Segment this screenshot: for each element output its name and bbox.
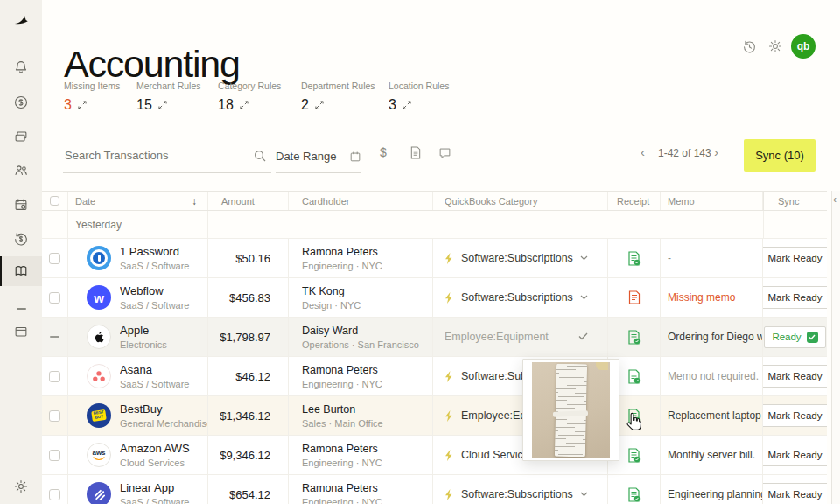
sync-button[interactable]: Sync (10) — [744, 139, 816, 172]
collapse-panel-icon[interactable]: ‹ — [833, 193, 836, 206]
window-icon[interactable] — [0, 318, 42, 345]
table-header-row: Date↓ Amount Cardholder QuickBooks Categ… — [42, 191, 827, 211]
amount-cell: $456.83 — [208, 278, 289, 317]
header-cardholder[interactable]: Cardholder — [289, 192, 433, 210]
mark-ready-button[interactable]: Mark Ready — [763, 247, 827, 270]
cardholder-detail: Sales · Main Office — [302, 418, 383, 429]
dollar-circle-icon[interactable] — [0, 89, 42, 116]
merchant-type: SaaS / Software — [120, 261, 190, 271]
receipt-filter-icon[interactable] — [410, 146, 422, 159]
stat-category-rules[interactable]: Category Rules 18 — [218, 80, 281, 113]
select-all-checkbox[interactable] — [50, 196, 60, 206]
merchant-name: BestBuy — [120, 402, 207, 416]
mark-ready-button[interactable]: Mark Ready — [763, 444, 827, 466]
merchant-name: Apple — [120, 324, 167, 337]
settings-gear-icon[interactable] — [768, 39, 782, 53]
receipt-attached-icon[interactable] — [627, 369, 640, 384]
memo-cell[interactable]: Replacement laptop purc — [661, 396, 763, 435]
memo-cell[interactable]: - — [661, 239, 763, 277]
expand-icon — [240, 101, 248, 109]
stat-location-rules[interactable]: Location Rules 3 — [388, 80, 449, 113]
row-checkbox[interactable] — [49, 253, 60, 264]
merchant-logo-aws: aws — [87, 443, 111, 467]
pagination-prev-icon[interactable]: ‹ — [640, 145, 645, 158]
quickbooks-logo[interactable]: qb — [791, 34, 816, 59]
receipt-attached-icon[interactable] — [627, 448, 640, 463]
memo-cell[interactable]: Missing memo — [661, 278, 763, 317]
receipt-attached-icon[interactable] — [627, 487, 640, 502]
header-memo[interactable]: Memo — [661, 192, 763, 210]
memo-cell[interactable]: Engineering planning soft — [661, 475, 763, 504]
auto-rule-bolt-icon — [444, 253, 454, 264]
sync-history-icon[interactable] — [742, 39, 757, 54]
merchant-name: Amazon AWS — [120, 442, 190, 455]
row-dash-indicator[interactable] — [50, 336, 60, 338]
merchant-type: SaaS / Software — [120, 300, 190, 311]
merchant-logo-webflow: w — [87, 285, 111, 310]
table-row: AsanaSaaS / Software $46.12 Ramona Peter… — [42, 357, 827, 396]
category-select[interactable]: Software:Subscriptions — [433, 475, 608, 504]
row-checkbox[interactable] — [49, 450, 60, 461]
header-category[interactable]: QuickBooks Category — [433, 192, 608, 210]
merchant-name: Webflow — [120, 284, 190, 298]
cardholder-detail: Design · NYC — [302, 300, 360, 311]
receipt-missing-icon[interactable] — [628, 290, 640, 304]
amount-filter-icon[interactable]: $ — [380, 145, 387, 159]
row-checkbox[interactable] — [49, 489, 60, 500]
memo-cell[interactable]: Monthly server bill. — [661, 436, 763, 474]
row-checkbox[interactable] — [49, 410, 60, 422]
table-row: Linear AppSaaS / Software $654.12 Ramona… — [42, 475, 827, 504]
stat-missing-items[interactable]: Missing Items 3 — [64, 80, 120, 113]
history-dollar-icon[interactable] — [0, 226, 42, 252]
transactions-table: Date↓ Amount Cardholder QuickBooks Categ… — [42, 191, 827, 504]
row-checkbox[interactable] — [49, 371, 60, 382]
date-range-filter[interactable]: Date Range — [276, 140, 361, 173]
auto-rule-bolt-icon — [444, 410, 454, 422]
stat-department-rules[interactable]: Department Rules 2 — [301, 80, 375, 113]
calendar-icon[interactable] — [0, 192, 42, 218]
pagination-next-icon[interactable]: › — [714, 145, 718, 158]
receipt-attached-icon[interactable] — [627, 330, 640, 345]
page-title: Accounting — [64, 43, 240, 86]
merchant-name: 1 Password — [120, 245, 190, 258]
auto-rule-bolt-icon — [444, 450, 454, 461]
category-select[interactable]: Employee:Equipment — [433, 318, 608, 356]
calendar-icon — [349, 150, 361, 163]
people-icon[interactable] — [0, 158, 42, 184]
search-input[interactable] — [63, 148, 246, 163]
memo-cell[interactable]: Ordering for Diego who's — [661, 318, 763, 356]
memo-cell[interactable]: Memo not required. — [661, 357, 763, 396]
ready-button[interactable]: Ready — [764, 326, 825, 348]
chevron-down-icon — [580, 256, 588, 261]
category-select[interactable]: Software:Subscriptions — [433, 278, 608, 317]
receipt-attached-icon[interactable] — [627, 251, 640, 266]
cardholder-name: Ramona Peters — [302, 443, 382, 455]
category-select[interactable]: Software:Subscriptions — [433, 239, 608, 277]
pagination-range: 1-42 of 143 — [658, 147, 711, 159]
header-receipt[interactable]: Receipt — [608, 192, 661, 210]
mark-ready-button[interactable]: Mark Ready — [763, 286, 827, 309]
search-transactions-field — [63, 140, 271, 173]
amount-cell: $9,346.12 — [208, 436, 289, 474]
mark-ready-button[interactable]: Mark Ready — [763, 483, 827, 504]
header-amount[interactable]: Amount — [208, 192, 289, 210]
book-icon[interactable] — [0, 258, 42, 284]
cards-icon[interactable] — [0, 123, 42, 150]
mark-ready-button[interactable]: Mark Ready — [763, 404, 827, 427]
row-checkbox[interactable] — [49, 292, 60, 304]
app-logo[interactable] — [0, 7, 42, 33]
cardholder-detail: Operations · San Francisco — [302, 340, 419, 350]
merchant-logo-bestbuy: BESTBUY — [87, 403, 111, 428]
bell-icon[interactable] — [0, 54, 42, 80]
sort-desc-icon: ↓ — [192, 195, 197, 207]
auto-rule-bolt-icon — [444, 371, 454, 382]
mark-ready-button[interactable]: Mark Ready — [763, 365, 827, 388]
header-sync[interactable]: Sync — [763, 192, 827, 210]
stat-merchant-rules[interactable]: Merchant Rules 15 — [136, 80, 201, 113]
cardholder-detail: Engineering · NYC — [302, 379, 382, 389]
memo-filter-icon[interactable] — [438, 147, 452, 159]
header-date[interactable]: Date↓ — [68, 192, 208, 210]
settings-gear-icon[interactable] — [0, 473, 42, 500]
merchant-type: General Merchandise — [120, 418, 207, 429]
ready-check-icon — [807, 332, 818, 343]
